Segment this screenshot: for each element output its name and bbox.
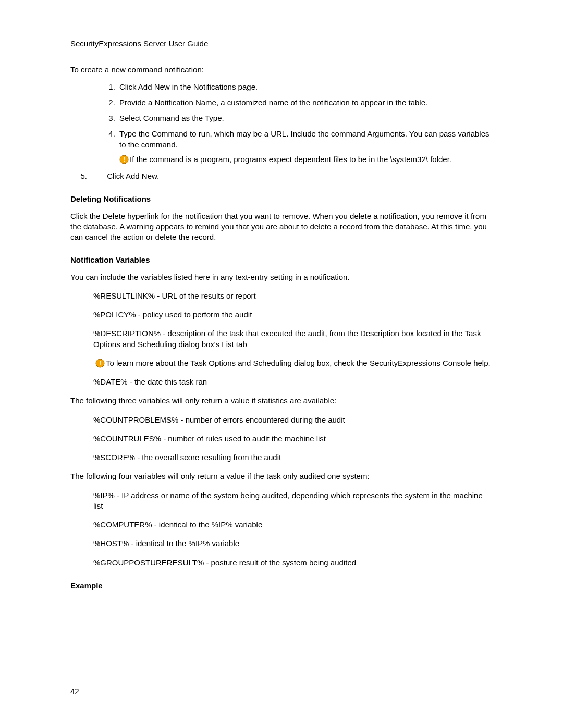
- var-computer: %COMPUTER% - identical to the %IP% varia…: [93, 520, 493, 530]
- svg-text:!: !: [123, 156, 125, 163]
- variables-heading: Notification Variables: [70, 255, 493, 265]
- var-date: %DATE% - the date this task ran: [93, 377, 493, 387]
- variables-block-2: %COUNTPROBLEMS% - number of errors encou…: [70, 415, 493, 463]
- var-groupposture: %GROUPPOSTURERESULT% - posture result of…: [93, 558, 493, 568]
- stats-intro: The following three variables will only …: [70, 396, 493, 406]
- page-number: 42: [70, 686, 79, 697]
- var-countrules: %COUNTRULES% - number of rules used to a…: [93, 434, 493, 444]
- task-note: ! To learn more about the Task Options a…: [93, 358, 493, 368]
- variables-block-1: %RESULTLINK% - URL of the results or rep…: [70, 291, 493, 388]
- steps-list: Click Add New in the Notifications page.…: [70, 82, 493, 165]
- variables-intro: You can include the variables listed her…: [70, 272, 493, 282]
- step-5-text: Click Add New.: [107, 171, 159, 181]
- var-host: %HOST% - identical to the %IP% variable: [93, 538, 493, 549]
- var-ip: %IP% - IP address or name of the system …: [93, 490, 493, 512]
- document-page: SecurityExpressions Server User Guide To…: [0, 0, 563, 728]
- step-1: Click Add New in the Notifications page.: [117, 82, 493, 92]
- info-icon: !: [119, 155, 129, 164]
- step-4: Type the Command to run, which may be a …: [117, 129, 493, 165]
- var-policy: %POLICY% - policy used to perform the au…: [93, 310, 493, 320]
- step-4-note-text: If the command is a program, programs ex…: [130, 154, 493, 165]
- task-note-text: To learn more about the Task Options and…: [106, 358, 493, 368]
- svg-text:!: !: [99, 360, 101, 367]
- var-description: %DESCRIPTION% - description of the task …: [93, 328, 493, 350]
- step-3: Select Command as the Type.: [117, 113, 493, 124]
- deleting-body: Click the Delete hyperlink for the notif…: [70, 211, 493, 243]
- info-icon: !: [95, 359, 105, 368]
- step-5: 5. Click Add New.: [70, 171, 493, 181]
- single-intro: The following four variables will only r…: [70, 471, 493, 482]
- variables-block-3: %IP% - IP address or name of the system …: [70, 490, 493, 568]
- step-5-number: 5.: [70, 171, 87, 181]
- step-4-text: Type the Command to run, which may be a …: [119, 129, 489, 149]
- page-header: SecurityExpressions Server User Guide: [70, 39, 493, 49]
- var-score: %SCORE% - the overall score resulting fr…: [93, 452, 493, 463]
- step-4-note: ! If the command is a program, programs …: [119, 154, 493, 165]
- step-2: Provide a Notification Name, a customize…: [117, 97, 493, 108]
- example-heading: Example: [70, 581, 493, 591]
- deleting-heading: Deleting Notifications: [70, 194, 493, 204]
- var-countproblems: %COUNTPROBLEMS% - number of errors encou…: [93, 415, 493, 425]
- var-resultlink: %RESULTLINK% - URL of the results or rep…: [93, 291, 493, 301]
- intro-paragraph: To create a new command notification:: [70, 65, 493, 75]
